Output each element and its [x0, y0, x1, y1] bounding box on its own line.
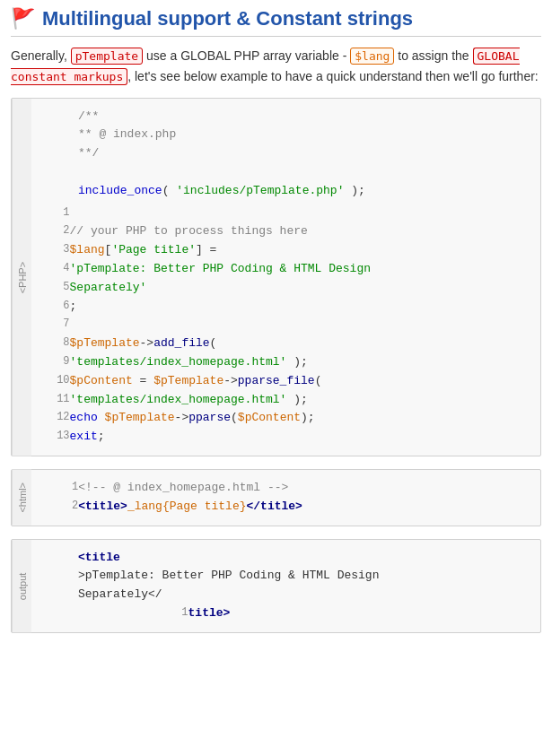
line-num: 9: [42, 353, 70, 372]
line-code: $pContent = $pTemplate->pparse_file(: [70, 372, 530, 391]
php-code-block: <PHP> /** ** @ index.php **/ include_onc…: [11, 98, 541, 456]
line-code: echo $pTemplate->pparse($pContent);: [70, 409, 530, 428]
line-code: title>: [188, 604, 530, 623]
output-line1: <title: [78, 549, 530, 568]
intro-part2: use a GLOBAL PHP array variable -: [143, 48, 350, 63]
php-header-lines: /** ** @ index.php **/ include_once( 'in…: [78, 108, 530, 201]
page-title: 🚩 Multilingual support & Constant string…: [11, 7, 541, 37]
line-code: 'pTemplate: Better PHP Coding & HTML Des…: [70, 260, 530, 279]
line-code: Separately': [70, 279, 530, 298]
output-numbered-lines: 1 title>: [42, 604, 530, 623]
output-header-lines: <title >pTemplate: Better PHP Coding & H…: [78, 549, 530, 604]
html-numbered-lines: 1 <!-- @ index_homepage.html --> 2 <titl…: [42, 479, 530, 517]
line-num: 2: [42, 222, 70, 241]
php-numbered-lines: 1 2 // your PHP to process things here 3…: [42, 204, 530, 447]
table-row: 9 'templates/index_homepage.html' );: [42, 353, 530, 372]
line-code: <!-- @ index_homepage.html -->: [78, 479, 530, 498]
php-blank1: [78, 163, 530, 182]
table-row: 4 'pTemplate: Better PHP Coding & HTML D…: [42, 260, 530, 279]
title-text: Multilingual support & Constant strings: [42, 7, 413, 30]
line-num: 13: [42, 428, 70, 447]
table-row: 1 <!-- @ index_homepage.html -->: [42, 479, 530, 498]
table-row: 8 $pTemplate->add_file(: [42, 335, 530, 353]
output-code-inner: <title >pTemplate: Better PHP Coding & H…: [31, 540, 540, 632]
php-code-inner: /** ** @ index.php **/ include_once( 'in…: [31, 99, 540, 456]
line-num: 5: [42, 279, 70, 298]
line-num: 8: [42, 335, 70, 353]
line-num: 4: [42, 260, 70, 279]
php-label: <PHP>: [12, 99, 31, 456]
table-row: 7: [42, 316, 530, 335]
line-num: 11: [42, 391, 70, 410]
line-code: ;: [70, 298, 530, 317]
line-code: // your PHP to process things here: [70, 222, 530, 241]
intro-part1: Generally,: [11, 48, 71, 63]
php-comment-line3: **/: [78, 144, 530, 163]
line-num: 1: [42, 204, 70, 223]
table-row: 1: [42, 204, 530, 223]
php-include-line: include_once( 'includes/pTemplate.php' )…: [78, 182, 530, 201]
table-row: 5 Separately': [42, 279, 530, 298]
html-label: <html>: [12, 470, 31, 526]
line-num: 7: [42, 316, 70, 335]
line-code: 'templates/index_homepage.html' );: [70, 353, 530, 372]
table-row: 12 echo $pTemplate->pparse($pContent);: [42, 409, 530, 428]
line-code: $pTemplate->add_file(: [70, 335, 530, 353]
intro-paragraph: Generally, pTemplate use a GLOBAL PHP ar…: [11, 46, 541, 87]
output-line2: >pTemplate: Better PHP Coding & HTML Des…: [78, 567, 530, 586]
line-code: [70, 316, 530, 335]
inline-code-lang: $lang: [350, 48, 394, 65]
table-row: 1 title>: [42, 604, 530, 623]
table-row: 2 <title>_lang{Page title}</title>: [42, 498, 530, 517]
line-code: exit;: [70, 428, 530, 447]
output-code-block: output <title >pTemplate: Better PHP Cod…: [11, 539, 541, 633]
html-code-inner: 1 <!-- @ index_homepage.html --> 2 <titl…: [31, 470, 540, 526]
table-row: 3 $lang['Page title'] =: [42, 241, 530, 260]
inline-code-ptemplate: pTemplate: [71, 48, 143, 65]
line-num: 12: [42, 409, 70, 428]
line-num: 3: [42, 241, 70, 260]
table-row: 2 // your PHP to process things here: [42, 222, 530, 241]
table-row: 6 ;: [42, 298, 530, 317]
table-row: 13 exit;: [42, 428, 530, 447]
output-label: output: [12, 540, 31, 632]
line-num: 6: [42, 298, 70, 317]
line-code: <title>_lang{Page title}</title>: [78, 498, 530, 517]
table-row: 10 $pContent = $pTemplate->pparse_file(: [42, 372, 530, 391]
html-code-block: <html> 1 <!-- @ index_homepage.html --> …: [11, 469, 541, 526]
php-comment-line1: /**: [78, 108, 530, 126]
table-row: 11 'templates/index_homepage.html' );: [42, 391, 530, 410]
php-comment-line2: ** @ index.php: [78, 126, 530, 144]
line-code: [70, 204, 530, 223]
intro-part4: , let's see below example to have a quic…: [127, 69, 539, 83]
line-num: 10: [42, 372, 70, 391]
line-code: $lang['Page title'] =: [70, 241, 530, 260]
output-line3: Separately</: [78, 586, 530, 604]
line-code: 'templates/index_homepage.html' );: [70, 391, 530, 410]
line-num: 2: [42, 498, 78, 517]
intro-part3: to assign the: [394, 48, 472, 63]
line-num: 1: [42, 479, 78, 498]
flag-icon: 🚩: [11, 7, 35, 30]
line-num: 1: [42, 604, 188, 623]
